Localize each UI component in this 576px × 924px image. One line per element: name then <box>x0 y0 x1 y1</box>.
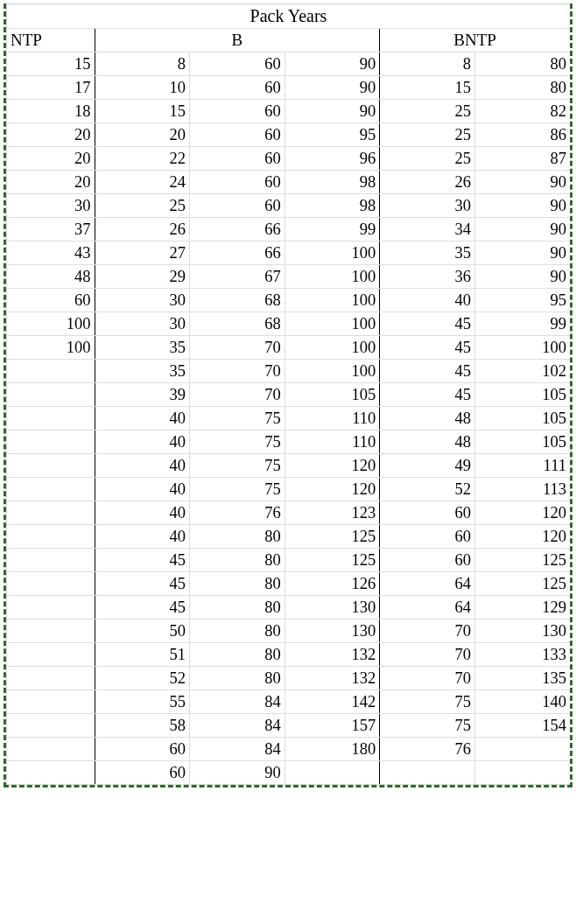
table-cell: 100 <box>284 242 380 265</box>
table-cell <box>7 596 95 620</box>
table-cell: 80 <box>190 549 285 572</box>
table-cell: 110 <box>284 430 380 454</box>
table-cell: 70 <box>380 643 475 667</box>
table-cell <box>380 761 475 785</box>
header-b: B <box>95 29 380 52</box>
table-cell: 120 <box>474 525 570 549</box>
table-cell: 75 <box>380 714 475 738</box>
table-cell <box>474 738 570 761</box>
table-cell: 80 <box>190 667 285 690</box>
table-cell: 20 <box>7 171 95 194</box>
table-cell: 98 <box>284 171 380 194</box>
table-cell: 105 <box>474 407 570 430</box>
table-cell: 45 <box>380 312 475 336</box>
table-cell: 75 <box>190 407 285 430</box>
table-row: 4829671003690 <box>7 265 571 289</box>
table-cell: 120 <box>284 478 380 501</box>
table-cell: 120 <box>284 454 380 478</box>
table-cell: 125 <box>474 549 570 572</box>
table-cell: 26 <box>380 171 475 194</box>
table-cell: 25 <box>380 123 475 147</box>
table-cell: 48 <box>380 407 475 430</box>
table-cell: 80 <box>190 620 285 643</box>
table-cell: 40 <box>95 478 190 501</box>
table-cell: 37 <box>7 218 95 242</box>
table-cell <box>284 761 380 785</box>
table-cell: 90 <box>474 265 570 289</box>
table-cell <box>474 761 570 785</box>
table-cell: 105 <box>284 383 380 407</box>
table-row: 407511048105 <box>7 430 571 454</box>
table-cell: 76 <box>380 738 475 761</box>
table-cell: 75 <box>190 454 285 478</box>
table-cell: 18 <box>7 100 95 123</box>
table-body: 1586090880171060901580181560902582202060… <box>7 52 571 785</box>
table-row: 407512049111 <box>7 454 571 478</box>
table-cell: 133 <box>474 643 570 667</box>
table-cell: 60 <box>190 123 285 147</box>
table-cell: 52 <box>95 667 190 690</box>
table-cell: 66 <box>190 218 285 242</box>
table-cell: 45 <box>95 596 190 620</box>
table-cell: 140 <box>474 690 570 714</box>
table-cell: 130 <box>474 620 570 643</box>
table-cell: 40 <box>380 289 475 312</box>
table-cell: 135 <box>474 667 570 690</box>
table-cell: 125 <box>284 549 380 572</box>
table-row: 6090 <box>7 761 571 785</box>
table-row: 528013270135 <box>7 667 571 690</box>
table-cell <box>7 501 95 525</box>
table-cell: 15 <box>95 100 190 123</box>
table-cell: 105 <box>474 383 570 407</box>
table-cell: 80 <box>190 596 285 620</box>
table-cell: 60 <box>380 549 475 572</box>
table-cell: 70 <box>190 360 285 383</box>
table-cell: 70 <box>380 667 475 690</box>
table-cell: 90 <box>284 76 380 100</box>
table-row: 202460982690 <box>7 171 571 194</box>
table-cell: 30 <box>7 194 95 218</box>
table-cell: 45 <box>95 572 190 596</box>
table-cell: 84 <box>190 690 285 714</box>
table-cell: 52 <box>380 478 475 501</box>
table-cell: 26 <box>95 218 190 242</box>
table-cell: 80 <box>190 643 285 667</box>
table-cell: 100 <box>284 336 380 360</box>
table-cell: 15 <box>7 52 95 76</box>
table-cell: 80 <box>190 572 285 596</box>
table-cell: 130 <box>284 596 380 620</box>
table-cell: 8 <box>95 52 190 76</box>
table-cell: 100 <box>474 336 570 360</box>
table-cell: 142 <box>284 690 380 714</box>
table-row: 608418076 <box>7 738 571 761</box>
table-row: 4327661003590 <box>7 242 571 265</box>
table-cell <box>7 667 95 690</box>
table-row: 458012560125 <box>7 549 571 572</box>
table-cell: 100 <box>284 360 380 383</box>
table-cell: 30 <box>95 289 190 312</box>
table-cell: 82 <box>474 100 570 123</box>
table-cell: 8 <box>380 52 475 76</box>
table-cell: 100 <box>7 312 95 336</box>
table-cell: 123 <box>284 501 380 525</box>
table-row: 357010045102 <box>7 360 571 383</box>
table-cell: 125 <box>284 525 380 549</box>
table-row: 10030681004599 <box>7 312 571 336</box>
table-cell: 27 <box>95 242 190 265</box>
table-cell: 80 <box>190 525 285 549</box>
table-cell: 90 <box>474 194 570 218</box>
table-cell: 80 <box>474 76 570 100</box>
table-cell: 110 <box>284 407 380 430</box>
table-cell: 34 <box>380 218 475 242</box>
table-cell: 87 <box>474 147 570 171</box>
table-cell: 17 <box>7 76 95 100</box>
table-cell: 80 <box>474 52 570 76</box>
table-row: 171060901580 <box>7 76 571 100</box>
table-cell: 67 <box>190 265 285 289</box>
table-cell: 120 <box>474 501 570 525</box>
table-cell: 60 <box>190 76 285 100</box>
table-cell: 55 <box>95 690 190 714</box>
table-cell: 20 <box>95 123 190 147</box>
table-cell: 98 <box>284 194 380 218</box>
table-cell: 60 <box>380 525 475 549</box>
